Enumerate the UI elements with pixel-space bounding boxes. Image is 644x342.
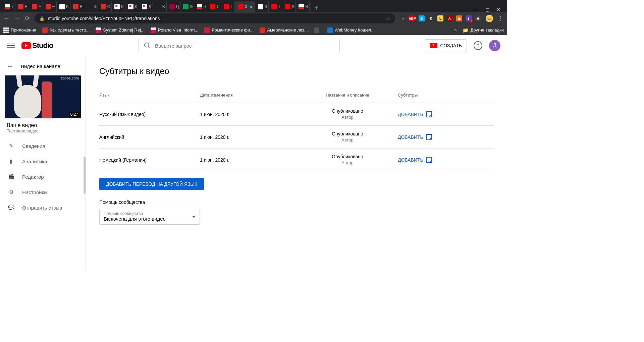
browser-tab[interactable]: El — [43, 1, 57, 12]
browser-tab[interactable]: K — [84, 1, 98, 12]
community-help-select[interactable]: Помощь сообщества Включена для этого вид… — [99, 209, 200, 225]
search-input[interactable]: Введите запрос — [139, 39, 340, 52]
window-minimize[interactable]: — — [474, 7, 478, 12]
browser-tab[interactable]: B — [153, 1, 167, 12]
sidebar-scrollbar[interactable] — [84, 157, 86, 194]
bookmark-item[interactable]: Как сделать тесто... — [42, 27, 90, 33]
bookmark-item[interactable]: Американские лез... — [260, 27, 308, 33]
add-language-button[interactable]: ДОБАВИТЬ ПЕРЕВОД НА ДРУГОЙ ЯЗЫК — [99, 178, 204, 190]
favicon — [18, 4, 23, 9]
create-video-icon — [430, 43, 437, 48]
browser-tab[interactable]: El — [29, 1, 43, 12]
favicon — [32, 4, 37, 9]
ext-pdf-icon[interactable]: 人 — [447, 15, 453, 21]
bookmark-item[interactable] — [314, 27, 321, 33]
video-thumbnail[interactable]: zoobe.com 0:27 — [5, 75, 81, 118]
arrow-left-icon: ← — [7, 62, 13, 70]
browser-tab[interactable]: Ц — [167, 1, 180, 12]
create-button[interactable]: СОЗДАТЬ — [425, 39, 467, 52]
cell-description: ОпубликованоАвтор — [301, 154, 394, 166]
sidebar-nav-item[interactable]: 🎬Редактор — [0, 169, 86, 184]
browser-tab[interactable]: K — [112, 1, 125, 12]
account-avatar[interactable]: Д — [489, 40, 500, 51]
chrome-menu[interactable]: ⋮ — [498, 15, 504, 22]
browser-tab[interactable]: X× — [235, 1, 256, 12]
browser-tab[interactable]: T — [221, 1, 234, 12]
ext-abp-icon[interactable]: ABP — [409, 15, 415, 21]
sidebar-back[interactable]: ← Видео на канале — [0, 62, 86, 75]
omnibox[interactable]: 🔒 studio.youtube.com/video/PznYp6oENPQ/t… — [35, 13, 395, 23]
cell-description: ОпубликованоАвтор — [301, 108, 394, 121]
browser-tab[interactable]: 3 — [255, 1, 269, 12]
nav-forward[interactable]: → — [14, 15, 20, 22]
chrome-profile-avatar[interactable]: 😊 — [486, 15, 493, 22]
favicon — [210, 4, 215, 9]
ext-a-icon[interactable]: A — [475, 15, 481, 21]
browser-tab[interactable]: El — [15, 1, 29, 12]
favicon — [128, 4, 133, 9]
table-row: Немецкий (Германия)1 июн. 2020 г.Опублик… — [99, 149, 494, 171]
sidebar-nav-item[interactable]: ▮Аналитика — [0, 154, 86, 169]
hamburger-menu[interactable] — [7, 42, 15, 50]
window-maximize[interactable]: ▢ — [485, 7, 489, 12]
sidebar-nav-item[interactable]: 💬Отправить отзыв — [0, 200, 86, 215]
browser-tab[interactable]: B — [296, 1, 310, 12]
browser-tab[interactable]: 9 — [194, 1, 208, 12]
sidebar-nav-item[interactable]: ✎Сведения — [0, 138, 86, 154]
sidebar-nav-item[interactable]: ⚙Настройки — [0, 184, 86, 200]
browser-tab[interactable]: C — [98, 1, 112, 12]
browser-tab[interactable]: K — [125, 1, 139, 12]
browser-tab[interactable]: Э — [180, 1, 194, 12]
col-date[interactable]: Дата изменения — [200, 93, 301, 98]
browser-tab[interactable]: T — [269, 1, 282, 12]
external-link-icon — [426, 157, 432, 163]
bookmark-item[interactable]: Poland Visa Inform... — [151, 27, 198, 33]
studio-logo[interactable]: Studio — [21, 41, 53, 50]
browser-address-bar: ← → ⟳ 🔒 studio.youtube.com/video/PznYp6o… — [0, 12, 507, 25]
window-controls: — ▢ ✕ — [469, 7, 505, 12]
search-icon — [144, 42, 151, 49]
nav-back[interactable]: ← — [3, 15, 9, 22]
ext-k-icon[interactable]: K — [428, 15, 434, 21]
ext-o-icon[interactable]: ◉ — [456, 15, 462, 21]
add-subtitles-link[interactable]: ДОБАВИТЬ — [398, 111, 494, 117]
help-icon[interactable]: ? — [474, 41, 482, 50]
tab-close-icon[interactable]: × — [250, 4, 252, 9]
favicon — [46, 4, 51, 9]
browser-tab[interactable]: K — [57, 1, 70, 12]
bookmark-item[interactable]: System Zdalnej Rej... — [96, 27, 145, 33]
video-title: Ваше видео — [0, 122, 86, 128]
bookmarks-overflow[interactable]: » — [454, 27, 457, 33]
cell-language: Русский (язык видео) — [99, 112, 200, 117]
ext-badge-icon[interactable]: ▮1 — [466, 15, 472, 21]
add-subtitles-link[interactable]: ДОБАВИТЬ — [398, 134, 494, 140]
bookmark-star-icon[interactable]: ☆ — [386, 15, 390, 22]
browser-tab[interactable]: Д — [139, 1, 153, 12]
window-close[interactable]: ✕ — [497, 7, 500, 12]
nav-icon: ▮ — [7, 158, 15, 165]
browser-tab[interactable]: Д — [282, 1, 296, 12]
bookmark-item[interactable]: Приложения — [3, 27, 36, 33]
table-row: Английский1 июн. 2020 г.ОпубликованоАвто… — [99, 126, 494, 149]
browser-tab[interactable]: 7 — [2, 1, 15, 12]
ext-skype-icon[interactable]: S — [419, 15, 425, 21]
ext-icon[interactable]: ∞ — [400, 15, 406, 21]
flag-icon — [96, 27, 101, 33]
cell-language: Английский — [99, 134, 200, 140]
apps-icon — [3, 27, 9, 33]
browser-tab[interactable]: C — [207, 1, 221, 12]
favicon — [183, 4, 189, 9]
col-subtitles: Субтитры — [394, 93, 494, 98]
bookmark-item[interactable]: Романтические фи... — [204, 27, 254, 33]
add-subtitles-link[interactable]: ДОБАВИТЬ — [398, 157, 494, 163]
sidebar: ← Видео на канале zoobe.com 0:27 Ваше ви… — [0, 56, 86, 270]
new-tab-button[interactable]: ＋ — [312, 3, 321, 12]
nav-icon: ⚙ — [7, 188, 15, 196]
svg-line-1 — [148, 47, 150, 48]
bookmark-item[interactable]: WebMoney Кошел... — [327, 27, 375, 33]
community-help-heading: Помощь сообщества — [99, 199, 494, 205]
ext-l-icon[interactable]: L — [437, 15, 443, 21]
browser-tab[interactable]: B — [70, 1, 84, 12]
nav-reload[interactable]: ⟳ — [25, 15, 30, 22]
other-bookmarks[interactable]: 📁 Другие закладки — [463, 27, 504, 33]
